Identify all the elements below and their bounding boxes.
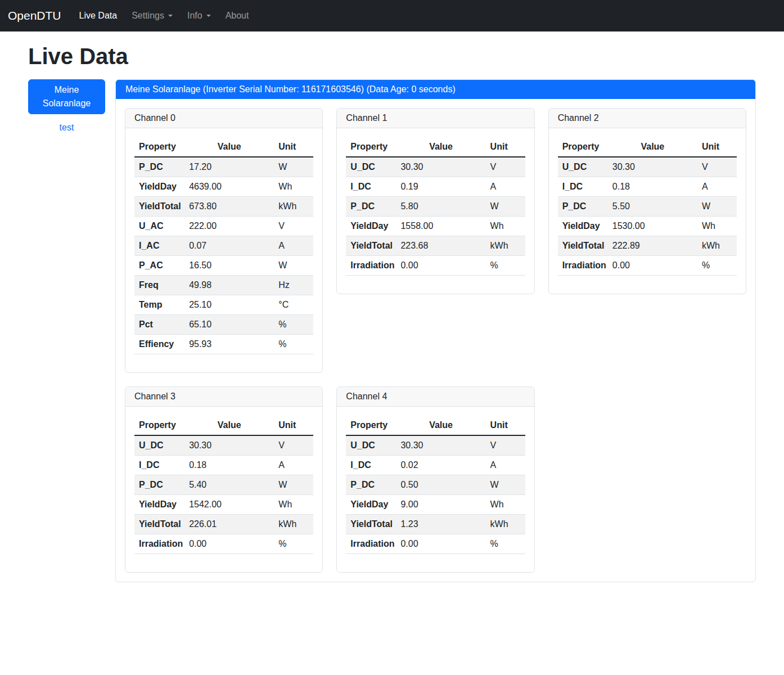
property-cell: U_DC bbox=[346, 435, 396, 456]
unit-cell: Hz bbox=[274, 276, 313, 295]
channel-card: Channel 4PropertyValueUnitU_DC30.30VI_DC… bbox=[336, 386, 534, 573]
property-cell: Irradiation bbox=[346, 256, 396, 276]
value-cell: 0.50 bbox=[396, 475, 485, 495]
table-row: YieldDay9.00Wh bbox=[346, 495, 525, 515]
channel-card: Channel 1PropertyValueUnitU_DC30.30VI_DC… bbox=[336, 108, 534, 294]
table-row: YieldTotal1.23kWh bbox=[346, 515, 525, 534]
column-header-value: Value bbox=[184, 416, 274, 435]
inverter-sidebar: Meine Solaranlage test bbox=[28, 79, 105, 133]
channel-body: PropertyValueUnitU_DC30.30VI_DC0.18AP_DC… bbox=[549, 128, 746, 294]
navbar: OpenDTU Live Data Settings Info About bbox=[0, 0, 784, 32]
channel-card: Channel 3PropertyValueUnitU_DC30.30VI_DC… bbox=[125, 386, 323, 573]
unit-cell: W bbox=[486, 197, 525, 217]
table-row: P_DC5.80W bbox=[346, 197, 525, 217]
unit-cell: °C bbox=[274, 295, 313, 315]
table-row: Irradiation0.00% bbox=[134, 534, 313, 554]
table-row: Irradiation0.00% bbox=[346, 256, 525, 276]
property-cell: YieldDay bbox=[346, 217, 396, 236]
table-header-row: PropertyValueUnit bbox=[134, 137, 313, 157]
table-header-row: PropertyValueUnit bbox=[134, 416, 313, 435]
value-cell: 30.30 bbox=[184, 435, 274, 456]
channel-body: PropertyValueUnitU_DC30.30VI_DC0.02AP_DC… bbox=[337, 407, 534, 572]
value-cell: 30.30 bbox=[396, 157, 485, 177]
unit-cell: V bbox=[274, 217, 313, 236]
property-cell: Irradiation bbox=[558, 256, 608, 276]
table-row: U_DC30.30V bbox=[134, 435, 313, 456]
page-title: Live Data bbox=[28, 44, 756, 69]
unit-cell: % bbox=[486, 534, 525, 554]
property-cell: YieldTotal bbox=[558, 236, 608, 256]
value-cell: 226.01 bbox=[184, 515, 274, 534]
unit-cell: V bbox=[697, 157, 737, 177]
sidebar-item-meine-solaranlage[interactable]: Meine Solaranlage bbox=[28, 79, 105, 114]
table-row: I_DC0.19A bbox=[346, 177, 525, 197]
column-header-value: Value bbox=[396, 416, 485, 435]
nav-item-live-data[interactable]: Live Data bbox=[75, 6, 122, 25]
property-cell: P_DC bbox=[346, 197, 396, 217]
unit-cell: W bbox=[486, 475, 525, 495]
table-row: Irradiation0.00% bbox=[346, 534, 525, 554]
channel-table: PropertyValueUnitU_DC30.30VI_DC0.18AP_DC… bbox=[558, 137, 737, 276]
column-header-unit: Unit bbox=[697, 137, 737, 157]
property-cell: P_DC bbox=[558, 197, 608, 217]
value-cell: 223.68 bbox=[396, 236, 485, 256]
column-header-property: Property bbox=[558, 137, 608, 157]
value-cell: 4639.00 bbox=[184, 177, 274, 197]
page-container: Live Data Meine Solaranlage test Meine S… bbox=[0, 44, 784, 599]
inverter-card: Meine Solaranlage (Inverter Serial Numbe… bbox=[115, 79, 756, 582]
unit-cell: W bbox=[274, 256, 313, 276]
channel-body: PropertyValueUnitP_DC17.20WYieldDay4639.… bbox=[125, 128, 322, 372]
channels-grid: Channel 0PropertyValueUnitP_DC17.20WYiel… bbox=[116, 99, 755, 582]
table-row: Pct65.10% bbox=[134, 315, 313, 335]
channel-table: PropertyValueUnitU_DC30.30VI_DC0.02AP_DC… bbox=[346, 416, 525, 554]
property-cell: U_DC bbox=[134, 435, 184, 456]
property-cell: YieldTotal bbox=[134, 197, 184, 217]
property-cell: YieldDay bbox=[558, 217, 608, 236]
table-row: YieldDay4639.00Wh bbox=[134, 177, 313, 197]
property-cell: Irradiation bbox=[134, 534, 184, 554]
column-header-value: Value bbox=[184, 137, 274, 157]
nav-item-info[interactable]: Info bbox=[183, 6, 215, 25]
table-row: U_DC30.30V bbox=[558, 157, 737, 177]
value-cell: 30.30 bbox=[608, 157, 697, 177]
value-cell: 1.23 bbox=[396, 515, 485, 534]
value-cell: 0.07 bbox=[184, 236, 274, 256]
table-row: Irradiation0.00% bbox=[558, 256, 737, 276]
value-cell: 0.18 bbox=[184, 456, 274, 475]
property-cell: YieldTotal bbox=[346, 515, 396, 534]
nav-item-about[interactable]: About bbox=[221, 6, 254, 25]
unit-cell: kWh bbox=[486, 236, 525, 256]
unit-cell: Wh bbox=[274, 495, 313, 515]
table-row: YieldDay1542.00Wh bbox=[134, 495, 313, 515]
brand-logo[interactable]: OpenDTU bbox=[8, 9, 61, 22]
inverter-card-header: Meine Solaranlage (Inverter Serial Numbe… bbox=[116, 80, 755, 99]
channel-body: PropertyValueUnitU_DC30.30VI_DC0.19AP_DC… bbox=[337, 128, 534, 294]
nav-item-settings[interactable]: Settings bbox=[127, 6, 177, 25]
property-cell: Pct bbox=[134, 315, 184, 335]
table-header-row: PropertyValueUnit bbox=[346, 416, 525, 435]
table-row: P_AC16.50W bbox=[134, 256, 313, 276]
property-cell: I_DC bbox=[558, 177, 608, 197]
property-cell: P_DC bbox=[134, 475, 184, 495]
unit-cell: A bbox=[486, 456, 525, 475]
property-cell: P_AC bbox=[134, 256, 184, 276]
table-row: I_DC0.18A bbox=[558, 177, 737, 197]
property-cell: YieldDay bbox=[346, 495, 396, 515]
table-row: I_DC0.18A bbox=[134, 456, 313, 475]
table-row: Temp25.10°C bbox=[134, 295, 313, 315]
value-cell: 1558.00 bbox=[396, 217, 485, 236]
table-row: U_AC222.00V bbox=[134, 217, 313, 236]
table-row: YieldTotal673.80kWh bbox=[134, 197, 313, 217]
value-cell: 65.10 bbox=[184, 315, 274, 335]
unit-cell: kWh bbox=[486, 515, 525, 534]
value-cell: 0.00 bbox=[396, 534, 485, 554]
sidebar-item-test[interactable]: test bbox=[28, 123, 105, 133]
value-cell: 673.80 bbox=[184, 197, 274, 217]
value-cell: 0.00 bbox=[184, 534, 274, 554]
channel-table: PropertyValueUnitP_DC17.20WYieldDay4639.… bbox=[134, 137, 313, 354]
unit-cell: % bbox=[274, 315, 313, 335]
column-header-unit: Unit bbox=[274, 416, 313, 435]
unit-cell: % bbox=[274, 534, 313, 554]
unit-cell: kWh bbox=[274, 515, 313, 534]
property-cell: P_DC bbox=[134, 157, 184, 177]
